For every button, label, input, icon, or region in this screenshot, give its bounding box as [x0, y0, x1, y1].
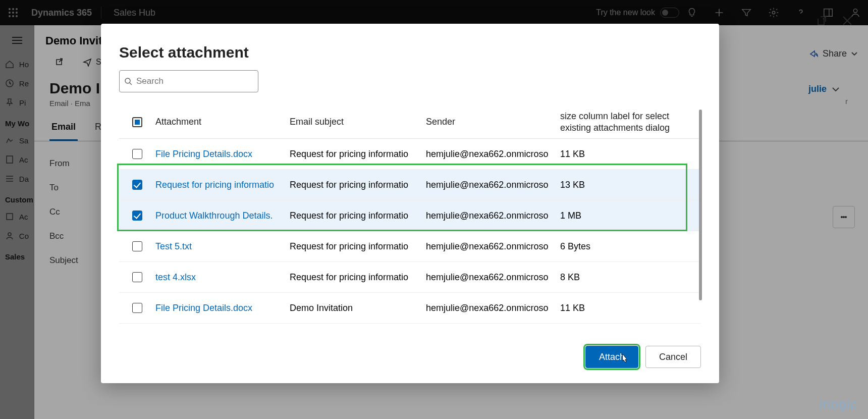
attachment-size: 13 KB — [560, 180, 689, 190]
attachment-row[interactable]: test 4.xlsxRequest for pricing informati… — [119, 262, 701, 293]
attachment-name[interactable]: Test 5.txt — [155, 241, 290, 252]
dialog-title: Select attachment — [119, 44, 701, 61]
attachment-name[interactable]: File Pricing Details.docx — [155, 149, 290, 160]
attachment-size: 8 KB — [560, 272, 689, 283]
select-attachment-dialog: Select attachment Attachment Email subje… — [101, 24, 719, 383]
attachment-sender: hemjulie@nexa662.onmicroso — [426, 180, 560, 190]
attachment-size: 6 Bytes — [560, 241, 689, 252]
search-icon — [125, 78, 132, 85]
attach-button[interactable]: Attach — [585, 346, 638, 368]
row-checkbox[interactable] — [132, 272, 142, 282]
column-size[interactable]: size column label for select existing at… — [560, 111, 689, 133]
row-checkbox[interactable] — [132, 180, 142, 190]
attachment-name[interactable]: Product Walkthrough Details. — [155, 211, 290, 221]
attachment-subject: Request for pricing informatio — [290, 149, 426, 160]
attachment-size: 1 MB — [560, 211, 689, 221]
grid-header: Attachment Email subject Sender size col… — [119, 106, 701, 139]
watermark: inogic — [820, 396, 857, 412]
attachment-row[interactable]: File Pricing Details.docxRequest for pri… — [119, 139, 701, 170]
attachment-sender: hemjulie@nexa662.onmicroso — [426, 241, 560, 252]
column-attachment[interactable]: Attachment — [155, 117, 290, 127]
row-checkbox[interactable] — [132, 149, 142, 159]
attachment-row[interactable]: Test 5.txtRequest for pricing informatio… — [119, 231, 701, 262]
attachment-subject: Demo Invitation — [290, 303, 426, 313]
attachment-sender: hemjulie@nexa662.onmicroso — [426, 149, 560, 160]
attachment-sender: hemjulie@nexa662.onmicroso — [426, 211, 560, 221]
row-checkbox[interactable] — [132, 241, 142, 251]
attachment-subject: Request for pricing informatio — [290, 241, 426, 252]
attachment-sender: hemjulie@nexa662.onmicroso — [426, 303, 560, 313]
attachment-name[interactable]: Request for pricing informatio — [155, 180, 290, 190]
attachment-size: 11 KB — [560, 303, 689, 313]
attach-button-label: Attach — [599, 352, 625, 362]
attachment-size: 11 KB — [560, 149, 689, 160]
scrollbar-thumb[interactable] — [699, 110, 702, 300]
attachment-row[interactable]: Request for pricing informatioRequest fo… — [119, 170, 701, 200]
cancel-button[interactable]: Cancel — [645, 346, 701, 368]
select-all-checkbox[interactable] — [132, 117, 142, 127]
row-checkbox[interactable] — [132, 211, 142, 221]
cancel-button-label: Cancel — [659, 352, 687, 362]
attachment-grid: Attachment Email subject Sender size col… — [119, 106, 701, 336]
column-subject[interactable]: Email subject — [290, 117, 426, 127]
search-input[interactable] — [136, 76, 253, 86]
attachment-subject: Request for pricing informatio — [290, 272, 426, 283]
search-box[interactable] — [119, 70, 258, 92]
row-checkbox[interactable] — [132, 303, 142, 313]
attachment-subject: Request for pricing informatio — [290, 211, 426, 221]
attachment-row[interactable]: Product Walkthrough Details.Request for … — [119, 200, 701, 231]
attachment-name[interactable]: File Pricing Details.docx — [155, 303, 290, 313]
attachment-name[interactable]: test 4.xlsx — [155, 272, 290, 283]
attachment-sender: hemjulie@nexa662.onmicroso — [426, 272, 560, 283]
attachment-subject: Request for pricing informatio — [290, 180, 426, 190]
svg-point-16 — [125, 78, 130, 83]
attachment-row[interactable]: File Pricing Details.docxDemo Invitation… — [119, 293, 701, 324]
column-sender[interactable]: Sender — [426, 117, 560, 127]
